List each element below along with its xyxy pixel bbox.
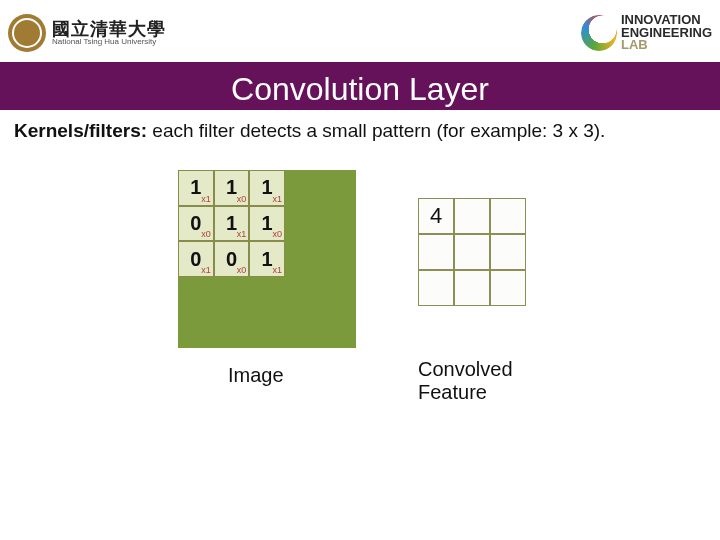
- image-label: Image: [228, 364, 284, 387]
- kernel-cell: 1x1: [249, 170, 285, 206]
- kernel-cell: 1x0: [214, 170, 250, 206]
- kernel-cell: 1x1: [178, 170, 214, 206]
- kernel-cell: 0x0: [214, 241, 250, 277]
- kernel-cell-value: 1: [226, 212, 237, 235]
- kernel-cell-value: 0: [226, 248, 237, 271]
- iel-text: INNOVATION ENGINEERING LAB: [621, 14, 712, 51]
- kernel-cell: 1x1: [249, 241, 285, 277]
- kernel-cell-value: 1: [226, 176, 237, 199]
- kernel-cell-sub: x1: [272, 265, 282, 275]
- kernel-cell: 0x1: [178, 241, 214, 277]
- nthu-name-en: National Tsing Hua University: [52, 38, 166, 46]
- nthu-seal-icon: [8, 14, 46, 52]
- title-bar: Convolution Layer: [0, 62, 720, 110]
- diagram-stage: 1x1 1x0 1x1 0x0 1x1 1x0 0x1 0x0 1x1 4 Im…: [0, 142, 720, 482]
- feature-label: Convolved Feature: [418, 358, 513, 404]
- nthu-text: 國立清華大學 National Tsing Hua University: [52, 20, 166, 46]
- feature-cell: [490, 270, 526, 306]
- description: Kernels/filters: each filter detects a s…: [0, 110, 720, 142]
- nthu-name-cn: 國立清華大學: [52, 20, 166, 38]
- kernel-cell: 1x1: [214, 206, 250, 242]
- kernel-cell-value: 1: [262, 212, 273, 235]
- kernel-cell-value: 1: [190, 176, 201, 199]
- kernel-cell-sub: x0: [237, 194, 247, 204]
- kernel-cell-sub: x1: [201, 194, 211, 204]
- input-image: 1x1 1x0 1x1 0x0 1x1 1x0 0x1 0x0 1x1: [178, 170, 356, 348]
- swoosh-icon: [581, 15, 617, 51]
- feature-cell: [418, 234, 454, 270]
- feature-cell: [490, 234, 526, 270]
- kernel-cell-value: 0: [190, 212, 201, 235]
- convolved-feature-grid: 4: [418, 198, 526, 306]
- kernel-cell-value: 1: [262, 176, 273, 199]
- feature-cell: [454, 198, 490, 234]
- feature-label-line1: Convolved: [418, 358, 513, 380]
- kernel-overlay: 1x1 1x0 1x1 0x0 1x1 1x0 0x1 0x0 1x1: [178, 170, 285, 277]
- kernel-cell-value: 1: [262, 248, 273, 271]
- kernel-cell-sub: x0: [237, 265, 247, 275]
- kernel-cell-value: 0: [190, 248, 201, 271]
- iel-line-3: LAB: [621, 39, 712, 51]
- nthu-logo: 國立清華大學 National Tsing Hua University: [8, 14, 166, 52]
- slide-title: Convolution Layer: [231, 71, 489, 108]
- kernel-cell: 1x0: [249, 206, 285, 242]
- feature-cell: [454, 234, 490, 270]
- feature-cell: [418, 270, 454, 306]
- description-rest: each filter detects a small pattern (for…: [147, 120, 605, 141]
- kernel-cell-sub: x0: [272, 229, 282, 239]
- kernel-cell-sub: x0: [201, 229, 211, 239]
- slide-header: 國立清華大學 National Tsing Hua University INN…: [0, 0, 720, 62]
- description-bold: Kernels/filters:: [14, 120, 147, 141]
- iel-logo: INNOVATION ENGINEERING LAB: [581, 14, 712, 51]
- feature-cell: 4: [418, 198, 454, 234]
- feature-cell: [490, 198, 526, 234]
- feature-cell: [454, 270, 490, 306]
- kernel-cell-sub: x1: [237, 229, 247, 239]
- kernel-cell: 0x0: [178, 206, 214, 242]
- kernel-cell-sub: x1: [272, 194, 282, 204]
- feature-label-line2: Feature: [418, 381, 487, 403]
- kernel-cell-sub: x1: [201, 265, 211, 275]
